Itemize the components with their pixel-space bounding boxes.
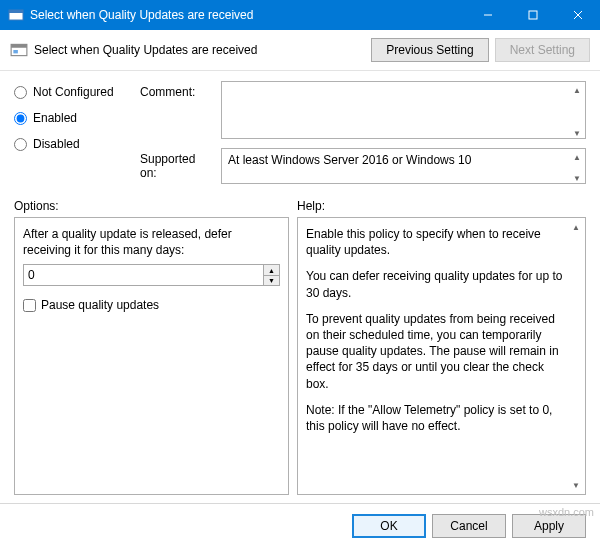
help-text-3: To prevent quality updates from being re… [306, 311, 565, 392]
comment-label: Comment: [140, 81, 215, 99]
radio-not-configured[interactable]: Not Configured [14, 85, 134, 99]
comment-field-wrap: ▲ ▼ [221, 81, 586, 142]
svg-rect-1 [9, 10, 23, 13]
apply-button[interactable]: Apply [512, 514, 586, 538]
window-title: Select when Quality Updates are received [30, 8, 465, 22]
footer: OK Cancel Apply [0, 503, 600, 548]
spinner-up-icon[interactable]: ▲ [264, 265, 279, 276]
svg-rect-7 [11, 44, 27, 47]
cancel-button[interactable]: Cancel [432, 514, 506, 538]
help-text-2: You can defer receiving quality updates … [306, 268, 565, 300]
svg-rect-3 [529, 11, 537, 19]
help-text-4: Note: If the "Allow Telemetry" policy is… [306, 402, 565, 434]
comment-scroll-down-icon[interactable]: ▼ [570, 126, 584, 140]
policy-small-icon [10, 41, 28, 59]
comment-scroll-up-icon[interactable]: ▲ [570, 83, 584, 97]
radio-disabled[interactable]: Disabled [14, 137, 134, 151]
supported-label: Supported on: [140, 148, 215, 180]
comment-field[interactable] [221, 81, 586, 139]
policy-title: Select when Quality Updates are received [34, 43, 365, 57]
minimize-button[interactable] [465, 0, 510, 30]
spinner-buttons: ▲ ▼ [263, 265, 279, 285]
help-scroll-up-icon[interactable]: ▲ [569, 220, 583, 234]
radio-enabled-label: Enabled [33, 111, 77, 125]
options-label: Options: [14, 199, 289, 213]
titlebar: Select when Quality Updates are received [0, 0, 600, 30]
svg-rect-8 [13, 50, 18, 53]
ok-button[interactable]: OK [352, 514, 426, 538]
options-box: After a quality update is released, defe… [14, 217, 289, 495]
help-box: Enable this policy to specify when to re… [297, 217, 586, 495]
help-text-1: Enable this policy to specify when to re… [306, 226, 565, 258]
mid-panel: Options: After a quality update is relea… [0, 193, 600, 503]
close-button[interactable] [555, 0, 600, 30]
defer-days-label: After a quality update is released, defe… [23, 226, 280, 258]
radio-enabled[interactable]: Enabled [14, 111, 134, 125]
next-setting-button[interactable]: Next Setting [495, 38, 590, 62]
window-controls [465, 0, 600, 30]
previous-setting-button[interactable]: Previous Setting [371, 38, 488, 62]
help-label: Help: [297, 199, 586, 213]
supported-scroll-down-icon[interactable]: ▼ [570, 171, 584, 185]
help-scroll-down-icon[interactable]: ▼ [569, 478, 583, 492]
supported-scroll-up-icon[interactable]: ▲ [570, 150, 584, 164]
pause-updates-checkbox[interactable] [23, 299, 36, 312]
supported-field-wrap: At least Windows Server 2016 or Windows … [221, 148, 586, 187]
pause-updates-row[interactable]: Pause quality updates [23, 298, 280, 312]
radio-not-configured-input[interactable] [14, 86, 27, 99]
policy-icon [8, 7, 24, 23]
spinner-down-icon[interactable]: ▼ [264, 276, 279, 286]
radio-enabled-input[interactable] [14, 112, 27, 125]
radio-not-configured-label: Not Configured [33, 85, 114, 99]
upper-panel: Not Configured Enabled Disabled Comment:… [0, 71, 600, 193]
defer-days-spinner[interactable]: ▲ ▼ [23, 264, 280, 286]
radio-disabled-label: Disabled [33, 137, 80, 151]
supported-field: At least Windows Server 2016 or Windows … [221, 148, 586, 184]
defer-days-input[interactable] [24, 265, 263, 285]
state-radios: Not Configured Enabled Disabled [14, 81, 134, 151]
maximize-button[interactable] [510, 0, 555, 30]
help-column: Help: Enable this policy to specify when… [297, 199, 586, 495]
radio-disabled-input[interactable] [14, 138, 27, 151]
pause-updates-label: Pause quality updates [41, 298, 159, 312]
subheader: Select when Quality Updates are received… [0, 30, 600, 71]
options-column: Options: After a quality update is relea… [14, 199, 289, 495]
